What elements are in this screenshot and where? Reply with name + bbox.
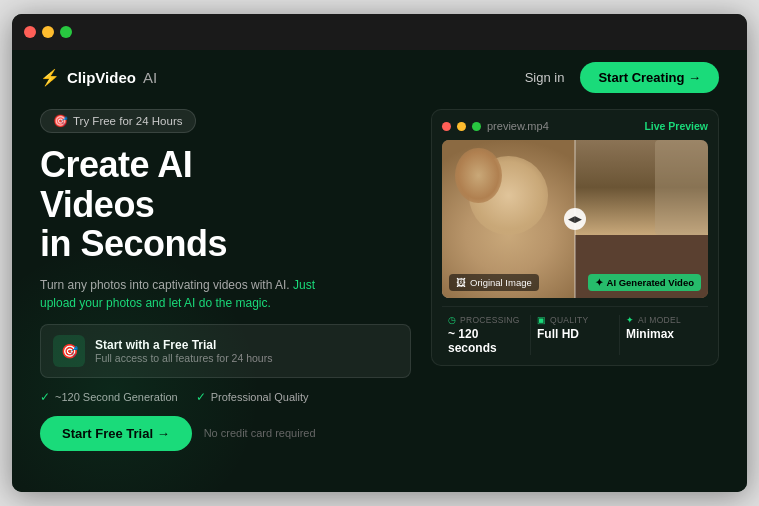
check-icon-1: ✓	[40, 390, 50, 404]
preview-card-left: preview.mp4	[442, 120, 549, 132]
preview-card-header: preview.mp4 Live Preview	[442, 120, 708, 132]
headline-line2: Videos	[40, 185, 411, 225]
subtext-before: Turn any photos into captivating videos …	[40, 278, 290, 292]
label-original: 🖼 Original Image	[449, 274, 539, 291]
stat-item-processing: ◷ PROCESSING ~ 120 seconds	[442, 315, 531, 355]
card-dot-green	[472, 122, 481, 131]
preview-card: preview.mp4 Live Preview ◀▶	[431, 109, 719, 366]
logo-name: ClipVideo	[67, 69, 136, 86]
card-dot-yellow	[457, 122, 466, 131]
stats-row: ◷ PROCESSING ~ 120 seconds ▣ QUALITY Ful…	[442, 306, 708, 355]
start-creating-button[interactable]: Start Creating →	[580, 62, 719, 93]
trial-icon: 🎯	[53, 335, 85, 367]
subtext: Turn any photos into captivating videos …	[40, 276, 320, 312]
right-side: preview.mp4 Live Preview ◀▶	[431, 109, 719, 451]
label-ai: ✦ AI Generated Video	[588, 274, 701, 291]
ai-icon: ✦	[595, 277, 603, 288]
features-row: ✓ ~120 Second Generation ✓ Professional …	[40, 390, 411, 404]
model-icon: ✦	[626, 315, 634, 325]
quality-value: Full HD	[537, 327, 613, 341]
badge-label: Try Free for 24 Hours	[73, 115, 183, 127]
signin-link[interactable]: Sign in	[525, 70, 565, 85]
check-icon-2: ✓	[196, 390, 206, 404]
stat-item-quality: ▣ QUALITY Full HD	[531, 315, 620, 355]
headline-line3: in Seconds	[40, 224, 411, 264]
browser-bar	[12, 14, 747, 50]
feature-item-2: ✓ Professional Quality	[196, 390, 309, 404]
dot-yellow[interactable]	[42, 26, 54, 38]
stat-item-model: ✦ AI MODEL Minimax	[620, 315, 708, 355]
dot-green[interactable]	[60, 26, 72, 38]
image-icon: 🖼	[456, 277, 466, 288]
logo-icon: ⚡	[40, 68, 60, 87]
model-value: Minimax	[626, 327, 702, 341]
quality-label: QUALITY	[550, 315, 588, 325]
logo: ⚡ ClipVideo AI	[40, 68, 157, 87]
free-trial-button[interactable]: Start Free Trial →	[40, 416, 192, 451]
model-label: AI MODEL	[638, 315, 681, 325]
quality-icon: ▣	[537, 315, 546, 325]
image-comparison: ◀▶ 🖼 Original Image ✦ AI Generated Video	[442, 140, 708, 298]
free-badge: 🎯 Try Free for 24 Hours	[40, 109, 196, 133]
processing-label: PROCESSING	[460, 315, 520, 325]
card-dot-red	[442, 122, 451, 131]
trial-subtitle: Full access to all features for 24 hours	[95, 352, 272, 364]
live-preview-badge: Live Preview	[644, 120, 708, 132]
comparison-handle[interactable]: ◀▶	[564, 208, 586, 230]
feature-label-2: Professional Quality	[211, 391, 309, 403]
headline: Create AI Videos in Seconds	[40, 145, 411, 264]
badge-icon: 🎯	[53, 114, 68, 128]
trial-text: Start with a Free Trial Full access to a…	[95, 338, 272, 364]
processing-icon: ◷	[448, 315, 456, 325]
no-credit-note: No credit card required	[204, 427, 316, 439]
cta-row: Start Free Trial → No credit card requir…	[40, 416, 411, 451]
feature-label-1: ~120 Second Generation	[55, 391, 178, 403]
page: ⚡ ClipVideo AI Sign in Start Creating → …	[12, 50, 747, 492]
headline-line1: Create AI	[40, 145, 411, 185]
feature-item-1: ✓ ~120 Second Generation	[40, 390, 178, 404]
preview-filename: preview.mp4	[487, 120, 549, 132]
browser-window: ⚡ ClipVideo AI Sign in Start Creating → …	[12, 14, 747, 492]
navbar: ⚡ ClipVideo AI Sign in Start Creating →	[12, 50, 747, 105]
dot-red[interactable]	[24, 26, 36, 38]
trial-box: 🎯 Start with a Free Trial Full access to…	[40, 324, 411, 378]
processing-value: ~ 120 seconds	[448, 327, 524, 355]
left-side: 🎯 Try Free for 24 Hours Create AI Videos…	[40, 109, 411, 451]
nav-right: Sign in Start Creating →	[525, 62, 719, 93]
main-content: 🎯 Try Free for 24 Hours Create AI Videos…	[12, 109, 747, 451]
logo-ai: AI	[143, 69, 157, 86]
trial-title: Start with a Free Trial	[95, 338, 272, 352]
